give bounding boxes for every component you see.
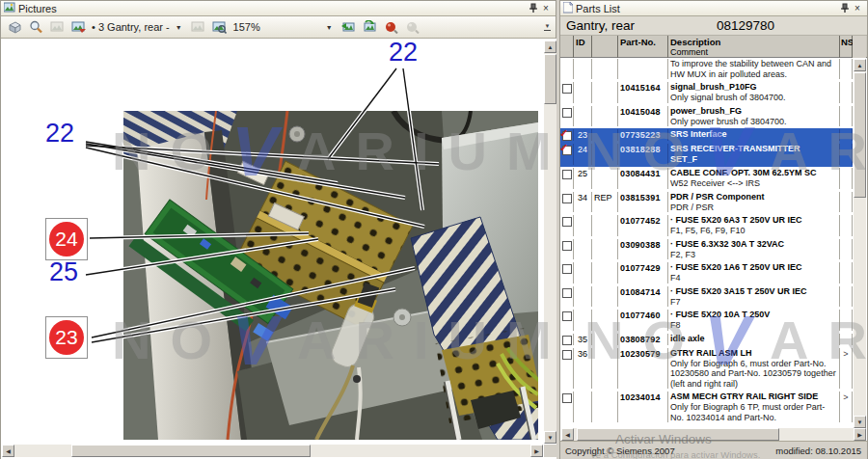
chevron-down-icon[interactable]: ▼ [173, 22, 185, 33]
hotspots-on-icon[interactable] [382, 17, 401, 37]
pin-icon[interactable] [526, 2, 539, 14]
panel-splitter[interactable] [556, 0, 559, 459]
close-icon[interactable]: × [539, 2, 553, 14]
part-title: Gantry, rear [566, 18, 635, 33]
red-check-icon: ✓ [560, 127, 568, 140]
scroll-right-icon[interactable]: ▶ [530, 445, 543, 457]
row-part-no: 03084431 [618, 168, 668, 189]
checkbox[interactable] [562, 84, 572, 94]
scroll-up-icon[interactable]: ▲ [544, 40, 556, 53]
row-checkbox-cell [560, 168, 574, 189]
checkbox[interactable] [562, 288, 572, 298]
toolbar-overflow-button[interactable]: ▼ [541, 18, 554, 36]
horizontal-scroll-thumb[interactable] [71, 445, 311, 457]
scroll-down-icon[interactable]: ▼ [544, 431, 556, 444]
callout-22-left[interactable]: 22 [45, 120, 74, 147]
scroll-left-icon[interactable]: ◀ [2, 445, 14, 457]
zoom-level-combo[interactable]: 157% ▼ [231, 21, 338, 33]
row-id: 24 [574, 144, 592, 165]
part-comment: Only for Biograph 6, must order Part-No.… [670, 359, 837, 390]
table-row[interactable]: 10234014ASM MECH GTRY RAIL RIGHT SIDEOnl… [560, 391, 853, 424]
row-nsi [840, 129, 853, 141]
row-description: · FUSE 5X20 3A15 T 250V UR IECF7 [668, 286, 840, 308]
part-name: signal_brush_P10FG [670, 82, 837, 93]
callout-22-top[interactable]: 22 [389, 39, 418, 66]
table-row[interactable]: 10415164signal_brush_P10FGOnly signal br… [560, 81, 853, 105]
checkbox[interactable] [562, 393, 572, 403]
table-row[interactable]: 3610230579GTRY RAIL ASM LHOnly for Biogr… [560, 347, 853, 392]
checkbox[interactable] [562, 311, 572, 321]
callout-24-circle[interactable]: 24 [49, 222, 84, 256]
row-nsi [840, 144, 853, 165]
checkbox[interactable] [562, 217, 572, 227]
row-checkbox-cell: ✓ [560, 144, 574, 165]
picture-viewport[interactable]: 22 22 24 25 23 ▲ ▼ ◀ ▶ [1, 39, 557, 459]
row-part-no: 01077429 [618, 262, 668, 284]
table-row[interactable]: 3503808792idle axle [560, 333, 853, 347]
part-name: ASM MECH GTRY RAIL RIGHT SIDE [670, 392, 837, 402]
hotspots-off-icon[interactable] [403, 17, 422, 37]
callout-25[interactable]: 25 [49, 258, 78, 285]
table-row[interactable]: 03090388· FUSE 6.3X32 30A T 32VACF2, F3 [560, 238, 853, 262]
checkbox[interactable] [562, 241, 572, 251]
vertical-scroll-thumb[interactable] [544, 54, 556, 104]
scroll-up-icon[interactable]: ▲ [854, 59, 866, 71]
table-row[interactable]: 01077429· FUSE 5X20 1A6 T 250V UR IECF4 [560, 261, 853, 285]
checkbox[interactable] [562, 170, 572, 179]
prev-image-icon[interactable] [47, 17, 67, 37]
table-row[interactable]: 10415048power_brush_FGOnly power brush o… [560, 105, 853, 129]
part-comment: Only signal brush of 3804700. [670, 93, 837, 103]
checkbox[interactable] [562, 194, 572, 203]
row-id [574, 106, 592, 127]
scroll-left-icon[interactable]: ◀ [561, 428, 574, 441]
part-comment: Only for Biograph 6 TP, must order Part-… [670, 402, 837, 422]
table-row[interactable]: ✓2307735223SRS Interface [560, 128, 853, 143]
refresh-image-icon[interactable] [361, 17, 380, 37]
zoom-tool-icon[interactable] [26, 17, 45, 37]
row-part-no: 10230579 [618, 348, 668, 390]
row-part-no: 03090388 [618, 239, 668, 260]
part-comment: To improve the stability between CAN and… [670, 59, 837, 79]
parts-horizontal-scrollbar: ◀ ▶ [561, 428, 866, 441]
callout-23-hotspot[interactable]: 23 [45, 316, 88, 359]
row-nsi [840, 334, 853, 345]
table-row[interactable]: 34REP03815391PDR / PSR ComponentPDR / PS… [560, 191, 853, 215]
checkbox[interactable] [562, 336, 572, 345]
table-row[interactable]: ✓2403818288SRS RECEIVER-TRANSMITTER SET_… [560, 143, 853, 167]
rotate-left-icon[interactable] [339, 17, 359, 37]
part-comment: W52 Receiver <--> IRS [670, 178, 837, 189]
part-comment: F2, F3 [670, 250, 837, 260]
pin-icon[interactable] [837, 2, 851, 14]
checkbox[interactable] [562, 264, 572, 274]
row-part-no: 01077460 [618, 310, 668, 331]
row-nsi [840, 59, 853, 79]
row-part-no: 10234014 [618, 392, 668, 422]
table-row[interactable]: 2503084431CABLE CONF. OPT. 30M 62.5YM SC… [560, 167, 853, 191]
view-3d-icon[interactable] [5, 17, 24, 37]
table-row[interactable]: To improve the stability between CAN and… [560, 58, 853, 81]
fit-page-icon[interactable] [189, 17, 208, 37]
row-id [574, 215, 592, 236]
horizontal-scroll-thumb[interactable] [577, 428, 779, 441]
table-row[interactable]: 01084714· FUSE 5X20 3A15 T 250V UR IECF7 [560, 285, 853, 310]
checkbox[interactable] [562, 108, 572, 118]
scroll-right-icon[interactable]: ▶ [854, 428, 866, 441]
chevron-down-icon[interactable]: ▼ [323, 22, 336, 33]
close-icon[interactable]: × [851, 2, 864, 14]
table-row[interactable]: 01077460· FUSE 5X20 10A T 250VF8 [560, 309, 853, 333]
image-select-combo[interactable]: • 3 Gantry, rear - ▼ [90, 21, 187, 33]
scroll-down-icon[interactable]: ▼ [854, 416, 866, 428]
column-checkbox [560, 36, 574, 58]
red-check-icon: ✓ [560, 142, 568, 154]
callout-24-hotspot[interactable]: 24 [45, 218, 88, 260]
zoom-region-icon[interactable] [210, 17, 230, 37]
checkbox[interactable] [562, 350, 572, 360]
pictures-panel: Pictures × • 3 Gantry, rear - ▼ [0, 0, 556, 459]
callout-23-circle[interactable]: 23 [49, 320, 84, 355]
table-column-header: ID Part-No. Description Comment NSI [560, 36, 867, 58]
picture-panel-icon [4, 2, 15, 14]
open-image-icon[interactable] [68, 17, 88, 37]
table-row[interactable]: 01077452· FUSE 5X20 6A3 T 250V UR IECF1,… [560, 214, 853, 238]
vertical-scroll-thumb[interactable] [854, 72, 866, 198]
row-part-no: 10415048 [618, 106, 668, 127]
